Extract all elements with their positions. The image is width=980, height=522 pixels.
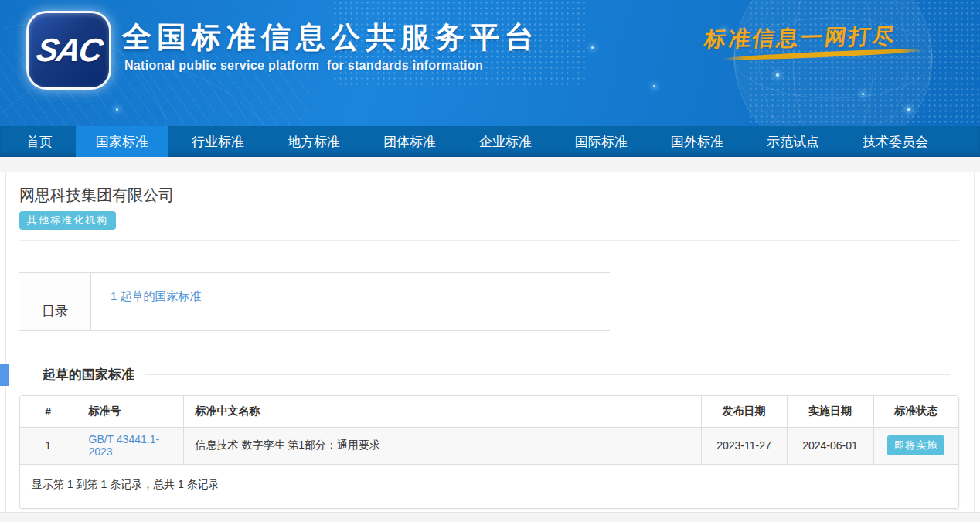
nav-item-group-standards[interactable]: 团体标准 <box>363 126 456 157</box>
site-title: 全国标准信息公共服务平台 <box>122 18 539 57</box>
footer-strip <box>0 512 980 522</box>
nav-item-pilot-programs[interactable]: 示范试点 <box>747 126 839 157</box>
sparkle-dot <box>116 108 118 111</box>
organization-name: 网思科技集团有限公司 <box>19 172 959 206</box>
table-of-contents: 目录 1 起草的国家标准 <box>19 272 610 331</box>
sac-logo-text: SAC <box>33 32 104 69</box>
nav-item-industry-standards[interactable]: 行业标准 <box>172 126 264 157</box>
divider <box>19 240 959 241</box>
table-row: 1 GB/T 43441.1-2023 信息技术 数字孪生 第1部分：通用要求 … <box>20 427 958 464</box>
toc-label: 目录 <box>19 273 91 330</box>
section-marker <box>0 364 9 386</box>
site-subtitle: National public service platform for sta… <box>124 59 483 73</box>
organization-type-badge: 其他标准化机构 <box>19 211 116 230</box>
nav-item-technical-committees[interactable]: 技术委员会 <box>842 126 948 157</box>
standard-no-link[interactable]: GB/T 43441.1-2023 <box>89 433 160 458</box>
sparkle-dot <box>862 93 864 95</box>
site-banner: SAC 全国标准信息公共服务平台 National public service… <box>0 0 980 126</box>
standard-name-cell: 信息技术 数字孪生 第1部分：通用要求 <box>183 427 701 464</box>
column-header-standard-no: 标准号 <box>77 396 183 427</box>
publish-date-cell: 2023-11-27 <box>701 427 787 464</box>
column-header-publish-date: 发布日期 <box>701 396 787 427</box>
nav-item-home[interactable]: 首页 <box>6 126 73 157</box>
index-cell: 1 <box>20 427 77 464</box>
implement-date-cell: 2024-06-01 <box>787 427 873 464</box>
nav-item-international-standards[interactable]: 国际标准 <box>555 126 648 157</box>
sparkle-dot <box>591 46 594 49</box>
section-title: 起草的国家标准 <box>43 366 134 384</box>
column-header-status: 标准状态 <box>873 396 958 427</box>
nav-item-national-standards[interactable]: 国家标准 <box>76 126 168 157</box>
page-background-gap <box>0 157 980 172</box>
toc-links: 1 起草的国家标准 <box>91 273 610 330</box>
column-header-implement-date: 实施日期 <box>787 396 873 427</box>
column-header-index: # <box>20 396 77 427</box>
standards-table: # 标准号 标准中文名称 发布日期 实施日期 标准状态 1 GB/T 43441… <box>20 396 958 465</box>
sparkle-dot <box>776 73 779 77</box>
table-header-row: # 标准号 标准中文名称 发布日期 实施日期 标准状态 <box>20 396 958 427</box>
nav-item-local-standards[interactable]: 地方标准 <box>267 126 360 157</box>
section-divider-line <box>145 374 950 375</box>
toc-link-drafted-standards[interactable]: 1 起草的国家标准 <box>111 289 202 302</box>
sparkle-dot <box>907 108 910 111</box>
content-card: 网思科技集团有限公司 其他标准化机构 目录 1 起草的国家标准 起草的国家标准 … <box>5 172 975 512</box>
main-nav: 首页 国家标准 行业标准 地方标准 团体标准 企业标准 国际标准 国外标准 示范… <box>0 126 980 157</box>
nav-item-foreign-standards[interactable]: 国外标准 <box>651 126 744 157</box>
section-header: 起草的国家标准 <box>19 366 959 384</box>
sac-logo[interactable]: SAC <box>26 11 111 90</box>
standards-table-container: # 标准号 标准中文名称 发布日期 实施日期 标准状态 1 GB/T 43441… <box>19 395 959 509</box>
column-header-standard-name: 标准中文名称 <box>183 396 701 427</box>
globe-graphic <box>729 0 937 126</box>
status-badge: 即将实施 <box>887 435 944 455</box>
sparkle-dot <box>653 85 655 87</box>
record-count-summary: 显示第 1 到第 1 条记录，总共 1 条记录 <box>20 465 958 508</box>
nav-item-enterprise-standards[interactable]: 企业标准 <box>459 126 552 157</box>
